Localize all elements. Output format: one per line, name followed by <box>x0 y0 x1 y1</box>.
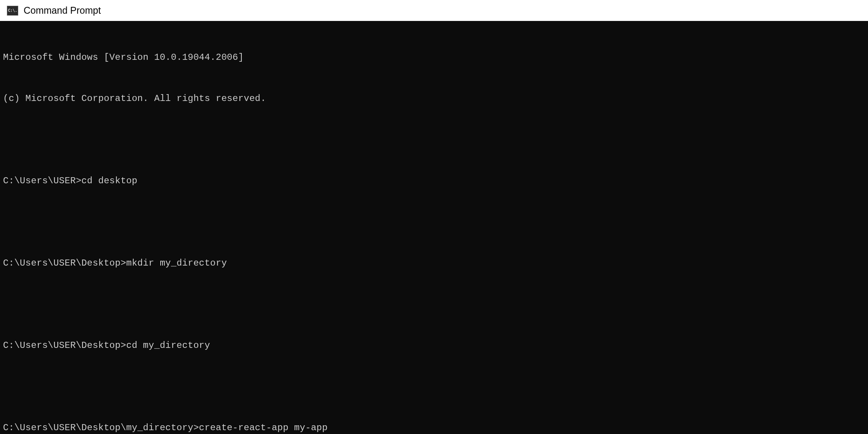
command-prompt-icon-label: C:\. <box>8 8 18 13</box>
terminal-blank-line <box>3 298 865 311</box>
window-titlebar[interactable]: C:\. Command Prompt <box>0 0 868 21</box>
terminal-command-line: C:\Users\USER\Desktop>mkdir my_directory <box>3 256 865 270</box>
terminal-prompt: C:\Users\USER\Desktop> <box>3 258 126 268</box>
terminal-output[interactable]: Microsoft Windows [Version 10.0.19044.20… <box>0 21 868 434</box>
terminal-blank-line <box>3 380 865 394</box>
terminal-header-line: Microsoft Windows [Version 10.0.19044.20… <box>3 51 865 64</box>
terminal-prompt: C:\Users\USER\Desktop\my_directory> <box>3 423 199 433</box>
terminal-command-line: C:\Users\USER\Desktop\my_directory>creat… <box>3 421 865 434</box>
terminal-command: cd my_directory <box>126 340 210 351</box>
terminal-command-line: C:\Users\USER>cd desktop <box>3 174 865 188</box>
terminal-command: create-react-app my-app <box>199 423 328 433</box>
terminal-blank-line <box>3 133 865 147</box>
terminal-command-line: C:\Users\USER\Desktop>cd my_directory <box>3 339 865 352</box>
terminal-command: mkdir my_directory <box>126 258 227 268</box>
terminal-header-line: (c) Microsoft Corporation. All rights re… <box>3 92 865 106</box>
terminal-prompt: C:\Users\USER\Desktop> <box>3 340 126 351</box>
command-prompt-icon: C:\. <box>7 6 18 16</box>
terminal-command: cd desktop <box>81 176 137 186</box>
terminal-prompt: C:\Users\USER> <box>3 176 81 186</box>
window-title: Command Prompt <box>24 5 101 16</box>
terminal-blank-line <box>3 215 865 229</box>
